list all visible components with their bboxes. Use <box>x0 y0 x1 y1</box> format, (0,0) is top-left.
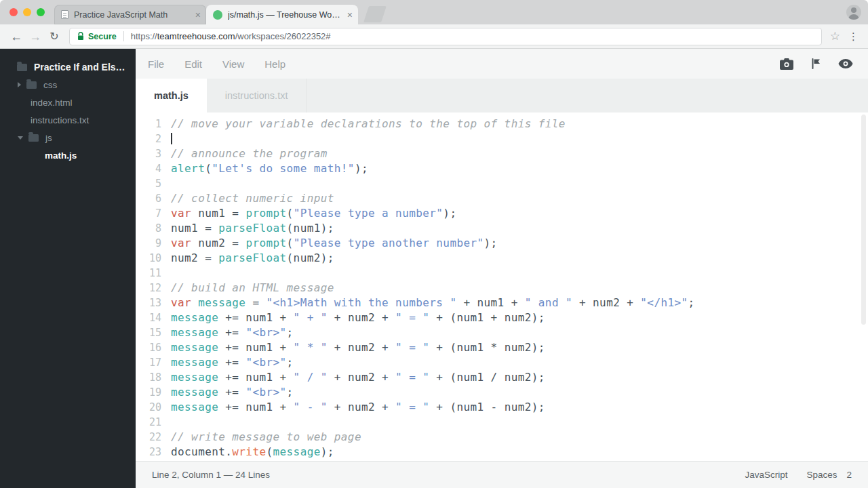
code-line-9[interactable]: 9var num2 = prompt("Please type another … <box>136 236 868 251</box>
chevron-down-icon[interactable] <box>18 136 23 140</box>
code-line-6[interactable]: 6// collect numeric input <box>136 191 868 206</box>
line-number: 5 <box>136 176 161 191</box>
browser-tab-practice-javascript-math[interactable]: Practice JavaScript Math × <box>54 5 206 24</box>
forward-icon[interactable]: → <box>26 30 45 43</box>
document-favicon-icon <box>61 10 68 19</box>
code-token: + num2 + <box>328 371 395 384</box>
new-tab-button[interactable] <box>363 6 387 22</box>
line-number: 10 <box>136 251 161 266</box>
browser-tab-title: Practice JavaScript Math <box>74 10 191 20</box>
code-token: message <box>273 445 321 458</box>
address-bar[interactable]: Secure https://teamtreehouse.com/workspa… <box>69 28 822 45</box>
code-line-17[interactable]: 17message += "<br>"; <box>136 355 868 370</box>
code-line-16[interactable]: 16message += num1 + " * " + num2 + " = "… <box>136 340 868 355</box>
line-number: 9 <box>136 236 161 251</box>
back-icon[interactable]: ← <box>7 30 26 43</box>
code-line-22[interactable]: 22// write message to web page <box>136 430 868 445</box>
code-editor[interactable]: 1// move your variable declarations to t… <box>136 113 868 461</box>
code-token: prompt <box>245 237 286 249</box>
code-token: message <box>171 311 218 324</box>
line-number: 22 <box>136 430 161 445</box>
sidebar-item-math-js[interactable]: math.js <box>0 146 136 164</box>
code-line-23[interactable]: 23document.write(message); <box>136 445 868 460</box>
close-tab-icon[interactable]: × <box>195 10 201 20</box>
code-line-12[interactable]: 12// build an HTML message <box>136 281 868 296</box>
code-line-1[interactable]: 1// move your variable declarations to t… <box>136 117 868 131</box>
url-scheme: https:// <box>131 31 157 41</box>
code-token: ; <box>688 296 695 309</box>
code-line-8[interactable]: 8num1 = parseFloat(num1); <box>136 221 868 236</box>
code-token: ); <box>355 162 368 175</box>
line-number: 17 <box>136 355 161 370</box>
code-token: += <box>218 356 245 369</box>
code-line-7[interactable]: 7var num1 = prompt("Please type a number… <box>136 206 868 221</box>
browser-tab-math-js-workspace[interactable]: js/math.js — Treehouse Workspaces × <box>206 5 358 24</box>
code-text: var num1 = prompt("Please type a number"… <box>171 206 456 221</box>
code-line-4[interactable]: 4alert("Let's do some math!"); <box>136 161 868 176</box>
code-token: ( <box>205 162 212 175</box>
editor-scrollbar[interactable] <box>861 115 866 325</box>
sidebar-item-css[interactable]: css <box>0 76 136 94</box>
code-text: message += num1 + " - " + num2 + " = " +… <box>171 400 545 415</box>
code-token: // write message to web page <box>171 430 361 443</box>
close-tab-icon[interactable]: × <box>347 10 353 20</box>
file-label: instructions.txt <box>31 115 89 125</box>
line-number: 12 <box>136 281 161 296</box>
code-token: num1 = <box>191 207 245 220</box>
text-cursor <box>171 133 172 144</box>
code-line-18[interactable]: 18message += num1 + " / " + num2 + " = "… <box>136 370 868 385</box>
code-line-3[interactable]: 3// announce the program <box>136 146 868 161</box>
sidebar-item-instructions-txt[interactable]: instructions.txt <box>0 111 136 129</box>
zoom-window-button[interactable] <box>37 8 45 16</box>
browser-menu-icon[interactable]: ⋮ <box>848 30 859 43</box>
code-line-14[interactable]: 14message += num1 + " + " + num2 + " = "… <box>136 310 868 325</box>
language-mode[interactable]: JavaScript <box>745 470 787 480</box>
code-token: = <box>245 296 266 309</box>
editor-tab-math-js[interactable]: math.js <box>136 79 207 113</box>
indent-size[interactable]: 2 <box>846 470 852 480</box>
bookmark-star-icon[interactable]: ☆ <box>830 29 840 43</box>
sidebar-item-index-html[interactable]: index.html <box>0 94 136 111</box>
code-token: message <box>171 371 218 384</box>
code-token: + num2 + <box>572 296 640 309</box>
close-window-button[interactable] <box>9 8 18 16</box>
code-token: += <box>218 326 245 339</box>
code-text: message += "<br>"; <box>171 355 294 370</box>
editor-statusbar: Line 2, Column 1 — 24 Lines JavaScript S… <box>136 461 868 488</box>
menu-help[interactable]: Help <box>264 58 285 70</box>
sidebar-item-project-root[interactable]: Practice If and Els… <box>0 58 136 76</box>
line-number: 4 <box>136 161 161 176</box>
browser-tab-title: js/math.js — Treehouse Workspaces <box>228 10 343 20</box>
code-token: + (num1 + num2); <box>429 311 545 324</box>
code-text: message += "<br>"; <box>171 325 294 340</box>
menu-view[interactable]: View <box>222 58 244 70</box>
code-token: += <box>218 386 245 399</box>
code-token: prompt <box>245 207 286 220</box>
flag-icon[interactable] <box>811 58 821 70</box>
camera-snapshot-icon[interactable] <box>780 58 793 70</box>
code-token: num1 = <box>171 222 218 235</box>
menu-edit[interactable]: Edit <box>184 58 202 70</box>
cursor-position-text: Line 2, Column 1 — 24 Lines <box>152 470 270 480</box>
code-line-20[interactable]: 20message += num1 + " - " + num2 + " = "… <box>136 400 868 415</box>
indent-mode[interactable]: Spaces <box>806 470 837 480</box>
profile-avatar[interactable] <box>846 5 861 20</box>
menu-file[interactable]: File <box>148 58 164 70</box>
eye-preview-icon[interactable] <box>838 59 853 68</box>
code-line-19[interactable]: 19message += "<br>"; <box>136 385 868 400</box>
code-line-2[interactable]: 2 <box>136 131 868 146</box>
code-line-13[interactable]: 13var message = "<h1>Math with the numbe… <box>136 296 868 310</box>
sidebar-item-js[interactable]: js <box>0 129 136 146</box>
code-area: 1// move your variable declarations to t… <box>136 117 868 460</box>
code-line-11[interactable]: 11 <box>136 266 868 281</box>
code-line-10[interactable]: 10num2 = parseFloat(num2); <box>136 251 868 266</box>
browser-titlebar: Practice JavaScript Math × js/math.js — … <box>0 0 868 24</box>
reload-icon[interactable]: ↻ <box>45 31 64 42</box>
code-line-5[interactable]: 5 <box>136 176 868 191</box>
chevron-right-icon[interactable] <box>18 82 21 87</box>
code-line-15[interactable]: 15message += "<br>"; <box>136 325 868 340</box>
editor-tab-instructions-txt[interactable]: instructions.txt <box>207 79 307 113</box>
code-text: var message = "<h1>Math with the numbers… <box>171 296 695 310</box>
code-line-21[interactable]: 21 <box>136 415 868 430</box>
minimize-window-button[interactable] <box>23 8 31 16</box>
